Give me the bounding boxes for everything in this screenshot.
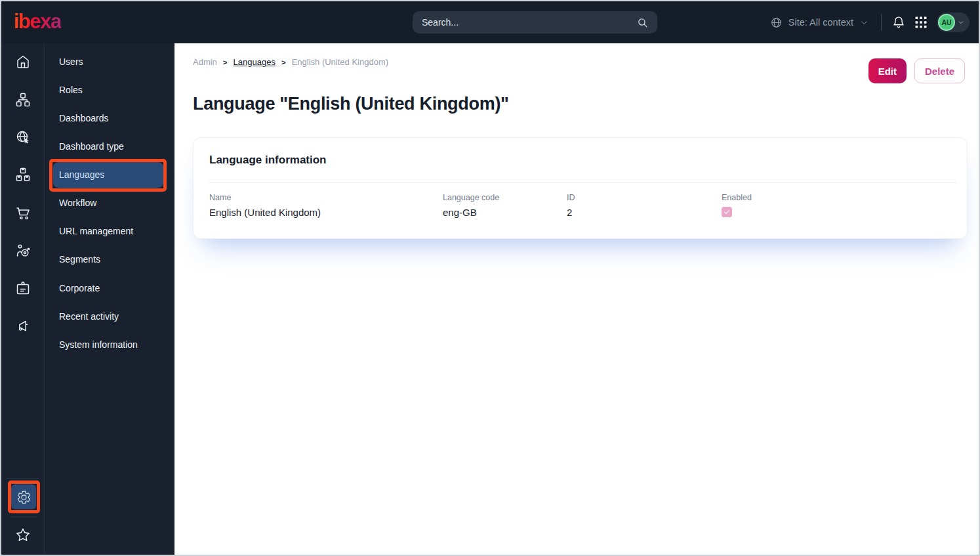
products-boxes-icon: [15, 167, 31, 182]
sidebar-item-label: Dashboard type: [59, 141, 124, 152]
sidebar-item-corporate[interactable]: Corporate: [45, 274, 174, 302]
sidebar-item-label: Roles: [59, 85, 83, 95]
field-label: Enabled: [722, 193, 956, 202]
breadcrumb: Admin > Languages > English (United King…: [193, 57, 388, 67]
breadcrumb-item-current: English (United Kingdom): [292, 57, 388, 67]
field-language-code: Language code eng-GB: [443, 193, 567, 218]
sidebar-item-dashboards[interactable]: Dashboards: [45, 104, 174, 132]
rail-divider: [7, 478, 39, 479]
notifications-button[interactable]: [892, 16, 905, 29]
field-name: Name English (United Kingdom): [209, 193, 443, 218]
field-label: Name: [209, 193, 443, 202]
breadcrumb-link-languages[interactable]: Languages: [234, 57, 276, 67]
breadcrumb-item-admin: Admin: [193, 57, 217, 67]
corporate-badge-icon: [15, 280, 31, 296]
chevron-down-icon: [957, 18, 965, 26]
bell-icon: [892, 16, 905, 29]
main-content: Admin > Languages > English (United King…: [174, 43, 979, 555]
page-actions: Edit Delete: [868, 58, 965, 83]
sidebar-item-label: System information: [59, 339, 138, 350]
language-fields: Name English (United Kingdom) Language c…: [209, 193, 956, 218]
app-window: ibexa Site: All context: [0, 0, 980, 556]
star-icon: [15, 527, 31, 543]
app-grid-icon: [915, 16, 927, 28]
card-divider: [209, 182, 956, 183]
enabled-checkbox[interactable]: [722, 207, 732, 217]
breadcrumb-separator: >: [281, 58, 286, 66]
checkmark-icon: [724, 209, 730, 215]
home-icon: [15, 54, 31, 70]
rail-item-site[interactable]: [1, 124, 44, 150]
commerce-cart-icon: [15, 205, 31, 221]
field-value: 2: [567, 207, 722, 218]
field-value: eng-GB: [443, 207, 567, 218]
rail-item-home[interactable]: [1, 49, 44, 75]
card-heading: Language information: [209, 154, 327, 167]
delete-button[interactable]: Delete: [914, 58, 965, 83]
global-search[interactable]: [413, 11, 657, 33]
field-value: English (United Kingdom): [209, 207, 443, 218]
rail-item-bookmarks[interactable]: [1, 522, 44, 548]
globe-icon: [770, 16, 783, 29]
rail-item-marketing[interactable]: [1, 313, 44, 339]
sidebar-item-workflow[interactable]: Workflow: [45, 189, 174, 217]
topbar-divider: [881, 14, 882, 31]
sidebar-item-label: Corporate: [59, 283, 100, 293]
avatar: AU: [938, 14, 955, 31]
rail-item-personalization[interactable]: [1, 238, 44, 264]
personalization-target-icon: [15, 243, 31, 259]
site-context-selector[interactable]: Site: All context: [770, 16, 869, 29]
sidebar-item-label: Users: [59, 56, 83, 67]
sidebar-item-label: Segments: [59, 254, 100, 265]
edit-button[interactable]: Edit: [868, 58, 907, 83]
sidebar-item-recent-activity[interactable]: Recent activity: [45, 303, 174, 330]
site-globe-cursor-icon: [15, 129, 31, 145]
rail-divider: [10, 517, 37, 517]
sidebar-item-label: Dashboards: [59, 113, 109, 123]
sidebar-item-dashboard-type[interactable]: Dashboard type: [45, 133, 174, 160]
chevron-down-icon: [859, 18, 869, 28]
main-nav-rail: [1, 43, 44, 555]
sidebar-item-languages[interactable]: Languages: [45, 161, 174, 188]
field-label: Language code: [443, 193, 567, 202]
rail-item-commerce[interactable]: [1, 200, 44, 226]
breadcrumb-separator: >: [223, 58, 228, 66]
topbar-right-cluster: Site: All context AU: [770, 1, 970, 43]
search-icon: [637, 17, 648, 28]
sidebar-item-segments[interactable]: Segments: [45, 246, 174, 273]
rail-item-corporate[interactable]: [1, 275, 44, 301]
site-context-label: Site: All context: [788, 17, 853, 28]
rail-item-content-tree[interactable]: [1, 87, 44, 113]
top-bar: ibexa Site: All context: [1, 1, 979, 43]
rail-item-products[interactable]: [1, 161, 44, 188]
language-information-card: Language information Name English (Unite…: [193, 137, 968, 239]
field-enabled: Enabled: [722, 193, 956, 218]
sidebar-item-label: URL management: [59, 226, 133, 236]
field-id: ID 2: [567, 193, 722, 218]
field-label: ID: [567, 193, 722, 202]
user-menu[interactable]: AU: [937, 12, 970, 32]
sidebar-item-users[interactable]: Users: [45, 48, 174, 75]
sidebar-item-label: Languages: [59, 169, 104, 180]
content-tree-icon: [15, 92, 31, 108]
admin-sidebar: Users Roles Dashboards Dashboard type La…: [44, 43, 174, 555]
sidebar-item-system-information[interactable]: System information: [45, 331, 174, 358]
sidebar-item-label: Recent activity: [59, 311, 119, 322]
sidebar-item-url-management[interactable]: URL management: [45, 217, 174, 245]
megaphone-icon: [15, 318, 31, 334]
page-title: Language "English (United Kingdom)": [193, 94, 509, 114]
ibexa-logo[interactable]: ibexa: [14, 10, 61, 33]
sidebar-item-label: Workflow: [59, 198, 96, 208]
gear-icon: [16, 490, 31, 505]
sidebar-item-roles[interactable]: Roles: [45, 76, 174, 104]
app-switcher-button[interactable]: [915, 16, 927, 28]
search-input[interactable]: [422, 17, 637, 28]
rail-item-admin-settings[interactable]: [11, 484, 36, 509]
